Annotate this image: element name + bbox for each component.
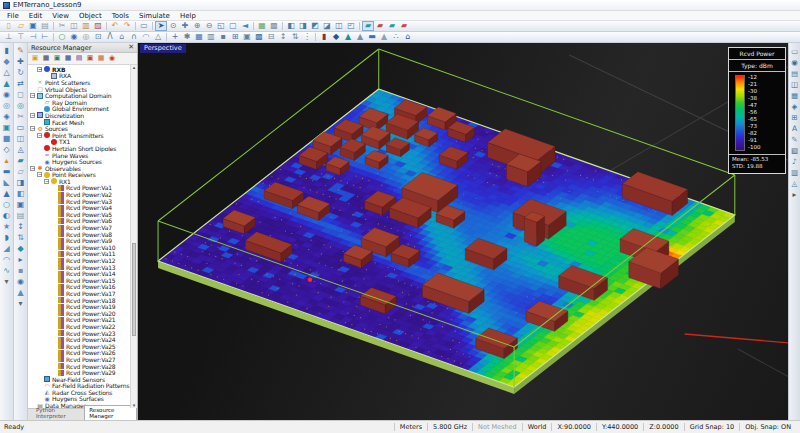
library-view-icon[interactable]: ▤ xyxy=(74,54,84,63)
annotation-draw-icon[interactable]: ✎ xyxy=(789,134,800,145)
line-tool-icon[interactable]: ◢ xyxy=(1,243,13,254)
circle-primitive-icon[interactable]: ○ xyxy=(1,199,13,210)
slab-primitive-icon[interactable]: ▬ xyxy=(1,166,13,177)
gem-primitive-icon[interactable]: ◈ xyxy=(1,111,13,122)
zoom-in-icon[interactable]: ⊕ xyxy=(191,21,203,31)
tree-expander-icon[interactable]: − xyxy=(37,172,42,177)
view-xz-icon[interactable]: ◩ xyxy=(309,21,321,31)
move-tool-icon[interactable]: ✚ xyxy=(15,56,27,67)
collapse-grid-icon[interactable]: ⊟ xyxy=(265,32,277,42)
disc-tool-icon[interactable]: ◉ xyxy=(68,32,80,42)
hill-tool-icon[interactable]: ▲ xyxy=(378,32,390,42)
tree-item-point-receivers[interactable]: −Point Receivers xyxy=(28,172,130,179)
polygon-primitive-icon[interactable]: ◇ xyxy=(1,144,13,155)
grid-coarse-icon[interactable]: ▥ xyxy=(205,32,217,42)
sweep-tool-icon[interactable]: ▰ xyxy=(15,155,27,166)
strip-overflow-icon[interactable]: ▾ xyxy=(1,276,13,287)
scroll-down-icon[interactable]: ▾ xyxy=(131,403,137,408)
align-left-icon[interactable]: ⊣ xyxy=(27,32,39,42)
view-yz-icon[interactable]: ◨ xyxy=(297,21,309,31)
building-tool-icon[interactable]: ⌂ xyxy=(402,32,414,42)
tree-item-facet-mesh[interactable]: Facet Mesh xyxy=(28,119,130,126)
add-vertex-icon[interactable]: + xyxy=(169,32,181,42)
align-right-icon[interactable]: ⊢ xyxy=(39,32,51,42)
trim-tool-icon[interactable]: ✂ xyxy=(15,111,27,122)
menu-simulate[interactable]: Simulate xyxy=(134,12,175,20)
tree-expander-icon[interactable]: − xyxy=(30,126,35,131)
wedge-primitive-icon[interactable]: ◣ xyxy=(1,177,13,188)
more-tools-icon[interactable]: ⋮ xyxy=(301,32,313,42)
tree-expander-icon[interactable]: − xyxy=(37,67,42,72)
result-display-4-icon[interactable]: ▰ xyxy=(398,21,410,31)
circle-tool-icon[interactable]: ○ xyxy=(56,32,68,42)
zoom-window-icon[interactable]: ◱ xyxy=(215,21,227,31)
menu-edit[interactable]: Edit xyxy=(24,12,48,20)
orbit-tool-icon[interactable]: ⊙ xyxy=(167,21,179,31)
close-icon[interactable]: ✕ xyxy=(128,44,134,51)
star-primitive-icon[interactable]: ★ xyxy=(1,221,13,232)
swap-axes-icon[interactable]: ⇅ xyxy=(289,32,301,42)
view-wireframe-icon[interactable]: ◫ xyxy=(333,21,345,31)
align-top-icon[interactable]: ⊤ xyxy=(15,32,27,42)
view-duplicate-icon[interactable]: ◫ xyxy=(789,79,800,90)
tree-expander-icon[interactable]: − xyxy=(30,113,35,118)
tree-expander-icon[interactable]: − xyxy=(44,179,49,184)
zoom-out-icon[interactable]: ⊖ xyxy=(203,21,215,31)
resource-tree[interactable]: −RXBRXA×Point Scatterers▢Virtual Objects… xyxy=(28,65,130,408)
view-shaded-icon[interactable]: ◰ xyxy=(345,21,357,31)
view-xy-icon[interactable]: ◧ xyxy=(285,21,297,31)
geometry-view-icon[interactable]: ▦ xyxy=(41,54,51,63)
road-tool-icon[interactable]: ▬ xyxy=(366,32,378,42)
grid-toggle-icon[interactable]: ▦ xyxy=(256,21,268,31)
cone-primitive-icon[interactable]: ▲ xyxy=(1,78,13,89)
pan-tool-icon[interactable]: ✚ xyxy=(179,21,191,31)
tree-expander-icon[interactable]: − xyxy=(37,133,42,138)
arc-primitive-icon[interactable]: ◠ xyxy=(1,254,13,265)
triangle-tool-icon[interactable]: △ xyxy=(152,32,164,42)
result-display-3-icon[interactable]: ▰ xyxy=(386,21,398,31)
rotate-tool-icon[interactable]: ↻ xyxy=(15,67,27,78)
point-edit-icon[interactable]: ▪ xyxy=(15,265,27,276)
delete-icon[interactable]: ▨ xyxy=(92,21,104,31)
strip-expand-icon[interactable]: ▸ xyxy=(789,189,800,200)
scene-canvas[interactable] xyxy=(138,43,800,420)
tree-expander-icon[interactable]: − xyxy=(30,166,35,171)
plate-primitive-icon[interactable]: ▣ xyxy=(1,122,13,133)
layers-tool-icon[interactable]: ▤ xyxy=(15,210,27,221)
terrain-teal-icon[interactable]: ▲ xyxy=(342,32,354,42)
fill-region-icon[interactable]: ▣ xyxy=(241,32,253,42)
open-project-icon[interactable]: ▱ xyxy=(15,21,27,31)
menu-view[interactable]: View xyxy=(47,12,74,20)
tree-expander-icon[interactable]: − xyxy=(30,93,35,98)
shelter-tool-icon[interactable]: ⌂ xyxy=(116,32,128,42)
play-macro-icon[interactable]: ▸ xyxy=(15,254,27,265)
boolean-subtract-icon[interactable]: Λ xyxy=(104,32,116,42)
grid-fine-icon[interactable]: ▦ xyxy=(193,32,205,42)
project-home-icon[interactable]: ▣ xyxy=(30,54,40,63)
ellipse-primitive-icon[interactable]: ◐ xyxy=(1,210,13,221)
tree-item-rxb[interactable]: −RXB xyxy=(28,66,130,73)
menu-object[interactable]: Object xyxy=(74,12,107,20)
iso-surface-icon[interactable]: ◬ xyxy=(789,178,800,189)
strip-overflow-icon[interactable]: ▾ xyxy=(15,298,27,309)
boolean-union-icon[interactable]: ⊡ xyxy=(92,32,104,42)
record-icon[interactable]: ◉ xyxy=(107,54,117,63)
shell-tool-icon[interactable]: ▱ xyxy=(15,166,27,177)
view-layers-icon[interactable]: ▤ xyxy=(789,68,800,79)
view-window-icon[interactable]: ▭ xyxy=(789,46,800,57)
results-view-icon[interactable]: ▣ xyxy=(85,54,95,63)
torus-primitive-icon[interactable]: ◎ xyxy=(1,100,13,111)
view-grid-icon[interactable]: ▦ xyxy=(789,90,800,101)
zoom-extents-icon[interactable]: ▢ xyxy=(227,21,239,31)
intersect-tool-icon[interactable]: ∩ xyxy=(128,32,140,42)
previous-view-icon[interactable]: ◄ xyxy=(239,21,251,31)
split-left-icon[interactable]: ◧ xyxy=(15,188,27,199)
paste-icon[interactable]: ▥ xyxy=(80,21,92,31)
view-add-icon[interactable]: ⊞ xyxy=(789,112,800,123)
edit-tool-icon[interactable]: ✎ xyxy=(15,45,27,56)
sector-primitive-icon[interactable]: ◗ xyxy=(1,232,13,243)
tab-python-interpreter[interactable]: Python Interpreter xyxy=(31,405,83,420)
vertex-tool-icon[interactable]: ◆ xyxy=(15,243,27,254)
arrow-primitive-icon[interactable]: ▴ xyxy=(1,155,13,166)
save-icon[interactable]: ▣ xyxy=(27,21,39,31)
